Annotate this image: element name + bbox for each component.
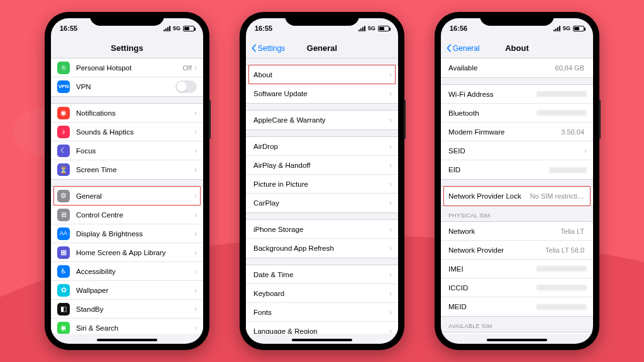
row-keyboard[interactable]: Keyboard › <box>246 284 398 303</box>
row-software-update[interactable]: Software Update › <box>246 84 398 103</box>
siri-icon: ◉ <box>57 322 70 334</box>
redacted-value <box>536 304 587 310</box>
back-button[interactable]: Settings <box>250 38 285 58</box>
screentime-icon: ⏳ <box>57 163 70 176</box>
row-accessibility[interactable]: ♿︎ Accessibility › <box>51 262 203 281</box>
status-time: 16:55 <box>60 25 77 32</box>
homescreen-icon: ▦ <box>57 246 70 259</box>
battery-icon <box>183 26 194 31</box>
chevron-left-icon <box>445 44 453 52</box>
row-bg-refresh[interactable]: Background App Refresh › <box>246 239 398 258</box>
row-network[interactable]: Network Telia LT <box>441 222 593 241</box>
battery-icon <box>573 26 584 31</box>
vpn-icon: VPN <box>57 80 70 93</box>
page-title: Settings <box>111 43 143 53</box>
phone-general: 16:55 5G Settings General About › <box>240 12 404 350</box>
chevron-right-icon: › <box>194 267 197 276</box>
redacted-value <box>536 110 587 116</box>
row-network-provider-lock[interactable]: Network Provider Lock No SIM restricti… <box>441 187 593 206</box>
chevron-right-icon: › <box>389 289 392 298</box>
row-airplay[interactable]: AirPlay & Handoff › <box>246 156 398 175</box>
row-network-provider[interactable]: Network Provider Telia LT 58.0 <box>441 241 593 260</box>
row-language[interactable]: Language & Region › <box>246 322 398 334</box>
row-vpn[interactable]: VPN VPN <box>51 77 203 96</box>
chevron-right-icon: › <box>194 146 197 155</box>
chevron-right-icon: › <box>389 142 392 151</box>
row-personal-hotspot[interactable]: ⎋ Personal Hotspot Off › <box>51 58 203 77</box>
chevron-right-icon: › <box>194 305 197 314</box>
row-datetime[interactable]: Date & Time › <box>246 265 398 284</box>
chevron-right-icon: › <box>389 225 392 234</box>
chevron-right-icon: › <box>194 165 197 174</box>
row-display[interactable]: AA Display & Brightness › <box>51 224 203 243</box>
row-imei2[interactable]: IMEI2 <box>441 332 593 334</box>
vpn-switch[interactable] <box>175 80 197 93</box>
home-indicator[interactable] <box>97 339 157 341</box>
row-eid[interactable]: EID <box>441 160 593 179</box>
phone-settings: 16:55 5G Settings ⎋ Personal Hotspot Off… <box>45 12 209 350</box>
chevron-right-icon: › <box>194 324 197 332</box>
notifications-icon: ◉ <box>57 107 70 119</box>
nav-bar: Settings <box>51 38 203 58</box>
chevron-right-icon: › <box>194 192 197 200</box>
back-button[interactable]: General <box>445 38 480 58</box>
row-about[interactable]: About › <box>246 65 398 84</box>
accessibility-icon: ♿︎ <box>57 265 70 278</box>
page-title: General <box>307 43 337 53</box>
chevron-right-icon: › <box>194 248 197 257</box>
row-modem[interactable]: Modem Firmware 3.50.04 <box>441 123 593 141</box>
phone-about: 16:56 5G General About Available 60,84 G… <box>435 12 599 350</box>
section-header-physical-sim: Physical SIM <box>441 206 593 221</box>
standby-icon: ◧ <box>57 303 70 315</box>
row-control-centre[interactable]: ⊞ Control Centre › <box>51 206 203 224</box>
section-header-available-sim: Available SIM <box>441 317 593 332</box>
chevron-right-icon: › <box>194 286 197 295</box>
redacted-value <box>536 91 587 97</box>
row-fonts[interactable]: Fonts › <box>246 303 398 322</box>
chevron-right-icon: › <box>584 146 587 155</box>
focus-icon: ☾ <box>57 145 70 157</box>
row-airdrop[interactable]: AirDrop › <box>246 137 398 156</box>
chevron-right-icon: › <box>389 116 392 124</box>
row-notifications[interactable]: ◉ Notifications › <box>51 104 203 123</box>
status-time: 16:56 <box>450 25 467 32</box>
display-icon: AA <box>57 228 70 240</box>
chevron-right-icon: › <box>194 229 197 238</box>
row-pip[interactable]: Picture in Picture › <box>246 175 398 194</box>
row-siri[interactable]: ◉ Siri & Search › <box>51 319 203 334</box>
row-general[interactable]: ⚙ General › <box>51 187 203 206</box>
row-homescreen[interactable]: ▦ Home Screen & App Library › <box>51 243 203 262</box>
row-sounds[interactable]: ♪ Sounds & Haptics › <box>51 123 203 141</box>
row-bluetooth[interactable]: Bluetooth <box>441 104 593 123</box>
row-carplay[interactable]: CarPlay › <box>246 194 398 212</box>
row-available[interactable]: Available 60,84 GB <box>441 58 593 77</box>
network-label: 5G <box>173 25 180 31</box>
chevron-right-icon: › <box>389 327 392 334</box>
chevron-right-icon: › <box>194 128 197 136</box>
row-meid[interactable]: MEID <box>441 297 593 316</box>
row-focus[interactable]: ☾ Focus › <box>51 141 203 160</box>
chevron-right-icon: › <box>389 199 392 207</box>
row-screentime[interactable]: ⏳ Screen Time › <box>51 160 203 179</box>
row-applecare[interactable]: AppleCare & Warranty › <box>246 111 398 129</box>
network-label: 5G <box>563 25 570 31</box>
chevron-right-icon: › <box>389 89 392 98</box>
chevron-right-icon: › <box>389 180 392 189</box>
page-title: About <box>505 43 529 53</box>
row-wifi-address[interactable]: Wi-Fi Address <box>441 85 593 104</box>
signal-icon <box>553 26 560 31</box>
home-indicator[interactable] <box>487 339 547 341</box>
home-indicator[interactable] <box>292 339 352 341</box>
row-storage[interactable]: iPhone Storage › <box>246 220 398 239</box>
signal-icon <box>164 26 170 31</box>
row-iccid[interactable]: ICCID <box>441 278 593 297</box>
redacted-value <box>536 266 587 272</box>
row-imei[interactable]: IMEI <box>441 260 593 278</box>
chevron-right-icon: › <box>389 270 392 279</box>
sounds-icon: ♪ <box>57 126 70 138</box>
row-standby[interactable]: ◧ StandBy › <box>51 300 203 319</box>
nav-bar: General About <box>441 38 593 58</box>
row-seid[interactable]: SEID › <box>441 141 593 160</box>
row-wallpaper[interactable]: ✿ Wallpaper › <box>51 281 203 300</box>
control-centre-icon: ⊞ <box>57 209 70 221</box>
